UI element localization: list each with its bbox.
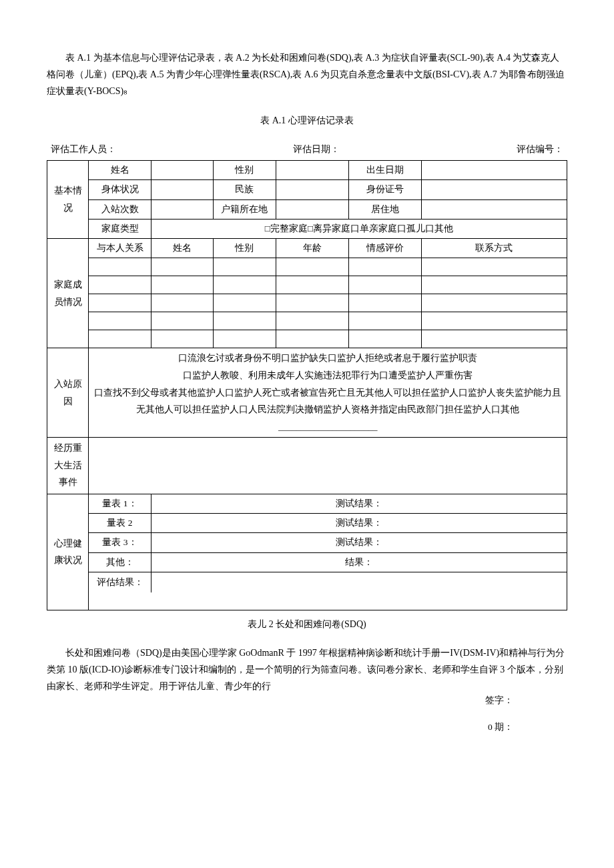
label-body: 身体状况	[89, 180, 151, 199]
meta-staff-label: 评估工作人员：	[51, 141, 116, 157]
basic-group: 基本情况	[47, 160, 89, 238]
fam-cell[interactable]	[214, 258, 276, 276]
fam-cell[interactable]	[214, 312, 276, 330]
field-idno[interactable]	[421, 180, 567, 199]
fam-cell[interactable]	[421, 330, 567, 348]
label-scale3: 量表 3：	[89, 533, 151, 552]
fam-cell[interactable]	[89, 258, 151, 276]
th-relation: 与本人关系	[89, 239, 151, 258]
fam-cell[interactable]	[348, 276, 421, 294]
fam-cell[interactable]	[348, 312, 421, 330]
eval-signature-area[interactable]: 签字： 0 期：	[89, 592, 567, 610]
label-hukou: 户籍所在地	[214, 199, 276, 219]
fam-cell[interactable]	[276, 312, 348, 330]
meta-date-label: 评估日期：	[293, 141, 340, 157]
field-hukou[interactable]	[276, 199, 348, 219]
assessment-form: 基本情况 姓名 性别 出生日期 身体状况 民族 身份证号 入站次数 户籍所在地 …	[47, 160, 567, 610]
field-dob[interactable]	[421, 160, 567, 179]
fam-cell[interactable]	[421, 294, 567, 312]
label-name: 姓名	[89, 160, 151, 179]
th-fsex: 性别	[214, 239, 276, 258]
field-visits[interactable]	[151, 199, 213, 219]
fam-cell[interactable]	[89, 330, 151, 348]
result-scale2[interactable]: 测试结果：	[151, 513, 567, 532]
fam-cell[interactable]	[151, 312, 213, 330]
label-visits: 入站次数	[89, 199, 151, 219]
label-ethnic: 民族	[214, 180, 276, 199]
fam-cell[interactable]	[214, 294, 276, 312]
field-name[interactable]	[151, 160, 213, 179]
signature-label: 签字：	[485, 693, 513, 709]
fam-cell[interactable]	[151, 276, 213, 294]
fam-cell[interactable]	[89, 276, 151, 294]
reason-options[interactable]: 口流浪乞讨或者身份不明口监护缺失口监护人拒绝或者息于履行监护职责 口监护人教唆、…	[89, 348, 567, 437]
fam-cell[interactable]	[421, 276, 567, 294]
field-residence[interactable]	[421, 199, 567, 219]
label-idno: 身份证号	[348, 180, 421, 199]
family-group: 家庭成员情况	[47, 239, 89, 348]
th-contact: 联系方式	[421, 239, 567, 258]
field-body[interactable]	[151, 180, 213, 199]
events-group: 经历重大生活事件	[47, 437, 89, 494]
th-fname: 姓名	[151, 239, 213, 258]
fam-cell[interactable]	[89, 294, 151, 312]
th-fage: 年龄	[276, 239, 348, 258]
psych-group: 心理健康状况	[47, 494, 89, 610]
label-eval: 评估结果：	[89, 572, 151, 592]
fam-cell[interactable]	[214, 276, 276, 294]
field-sex[interactable]	[276, 160, 348, 179]
fam-cell[interactable]	[421, 258, 567, 276]
fam-cell[interactable]	[421, 312, 567, 330]
result-scale1[interactable]: 测试结果：	[151, 494, 567, 513]
fam-cell[interactable]	[276, 258, 348, 276]
fam-cell[interactable]	[276, 330, 348, 348]
label-scale1: 量表 1：	[89, 494, 151, 513]
fam-cell[interactable]	[348, 330, 421, 348]
label-sex: 性别	[214, 160, 276, 179]
family-type-options[interactable]: □完整家庭□离异家庭口单亲家庭口孤儿口其他	[151, 219, 567, 238]
fam-cell[interactable]	[276, 276, 348, 294]
th-emotion: 情感评价	[348, 239, 421, 258]
intro-paragraph: 表 A.1 为基本信息与心理评估记录表，表 A.2 为长处和困难问卷(SDQ),…	[47, 49, 567, 100]
table-a1-caption: 表 A.1 心理评估记录表	[47, 112, 567, 129]
field-ethnic[interactable]	[276, 180, 348, 199]
result-scale3[interactable]: 测试结果：	[151, 533, 567, 552]
date-label: 0 期：	[488, 719, 513, 735]
table-a2-caption: 表儿 2 长处和困难问卷(SDQ)	[47, 616, 567, 632]
meta-row: 评估工作人员： 评估日期： 评估编号：	[47, 141, 567, 160]
fam-cell[interactable]	[151, 330, 213, 348]
label-dob: 出生日期	[348, 160, 421, 179]
fam-cell[interactable]	[348, 258, 421, 276]
label-residence: 居住地	[348, 199, 421, 219]
fam-cell[interactable]	[151, 294, 213, 312]
fam-cell[interactable]	[151, 258, 213, 276]
label-scale2: 量表 2	[89, 513, 151, 532]
fam-cell[interactable]	[214, 330, 276, 348]
sdq-paragraph: 长处和困难问卷（SDQ)是由美国心理学家 GoOdmanR 于 1997 年根据…	[47, 644, 567, 695]
eval-blank[interactable]	[151, 572, 567, 592]
result-other[interactable]: 结果：	[151, 552, 567, 572]
label-family-type: 家庭类型	[89, 219, 151, 238]
events-field[interactable]	[89, 437, 567, 494]
fam-cell[interactable]	[276, 294, 348, 312]
label-other: 其他：	[89, 552, 151, 572]
fam-cell[interactable]	[89, 312, 151, 330]
fam-cell[interactable]	[348, 294, 421, 312]
reason-group: 入站原因	[47, 348, 89, 437]
meta-id-label: 评估编号：	[517, 141, 563, 157]
